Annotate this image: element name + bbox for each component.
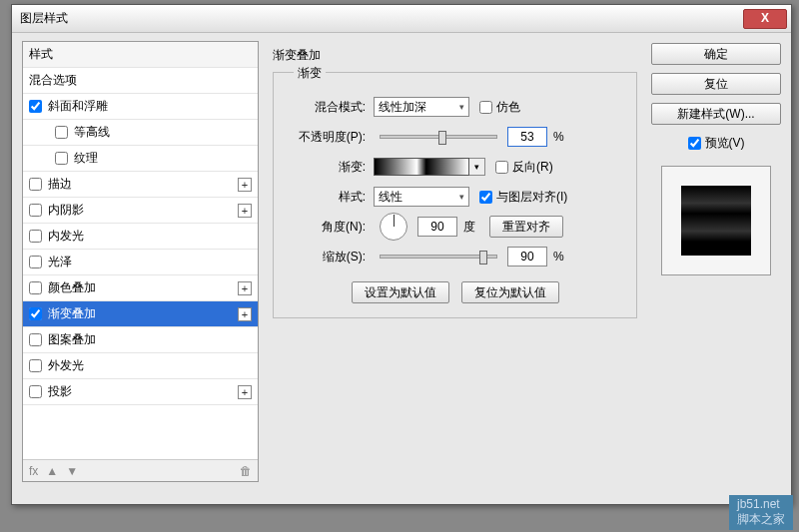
dither-checkbox[interactable]: [479, 101, 492, 114]
preview-box: [661, 166, 771, 275]
reverse-label: 反向(R): [512, 159, 553, 176]
layer-style-dialog: 图层样式 X 样式 混合选项 斜面和浮雕等高线纹理描边+内阴影+内发光光泽颜色叠…: [11, 4, 792, 505]
style-checkbox[interactable]: [29, 230, 42, 243]
style-item-11[interactable]: 投影+: [23, 379, 258, 405]
style-item-0[interactable]: 斜面和浮雕: [23, 94, 258, 120]
styles-header[interactable]: 样式: [23, 42, 258, 68]
scale-unit: %: [553, 250, 564, 264]
opacity-slider[interactable]: [380, 135, 497, 139]
fieldset-legend: 渐变: [294, 65, 326, 82]
style-label: 纹理: [74, 150, 98, 167]
opacity-unit: %: [553, 130, 564, 144]
style-label: 渐变叠加: [48, 305, 96, 322]
style-label: 光泽: [48, 254, 72, 270]
style-checkbox[interactable]: [29, 333, 42, 346]
blend-options-row[interactable]: 混合选项: [23, 68, 258, 94]
style-item-10[interactable]: 外发光: [23, 353, 258, 379]
preview-label: 预览(V): [705, 135, 745, 152]
reset-default-button[interactable]: 复位为默认值: [461, 281, 559, 303]
plus-icon[interactable]: +: [238, 204, 252, 218]
style-item-3[interactable]: 描边+: [23, 172, 258, 198]
watermark: jb51.net 脚本之家: [729, 495, 793, 530]
scale-input[interactable]: 90: [507, 247, 547, 266]
scale-label: 缩放(S):: [288, 249, 374, 266]
style-checkbox[interactable]: [29, 359, 42, 372]
style-item-7[interactable]: 颜色叠加+: [23, 275, 258, 301]
section-title: 渐变叠加: [273, 47, 637, 64]
plus-icon[interactable]: +: [238, 385, 252, 399]
new-style-button[interactable]: 新建样式(W)...: [651, 103, 781, 125]
preview-checkbox[interactable]: [688, 137, 701, 150]
style-checkbox[interactable]: [29, 178, 42, 191]
style-label: 描边: [48, 176, 72, 193]
style-checkbox[interactable]: [29, 100, 42, 113]
angle-unit: 度: [463, 219, 475, 236]
right-panel: 确定 复位 新建样式(W)... 预览(V): [651, 33, 791, 482]
style-label: 样式:: [288, 189, 374, 206]
ok-button[interactable]: 确定: [651, 43, 781, 65]
style-item-6[interactable]: 光泽: [23, 250, 258, 275]
style-checkbox[interactable]: [29, 385, 42, 398]
arrow-down-icon[interactable]: ▼: [66, 464, 78, 478]
chevron-down-icon: ▾: [459, 192, 464, 202]
opacity-input[interactable]: 53: [507, 127, 547, 147]
align-checkbox[interactable]: [479, 191, 492, 204]
style-item-2[interactable]: 纹理: [23, 146, 258, 172]
plus-icon[interactable]: +: [238, 281, 252, 295]
chevron-down-icon: ▾: [459, 102, 464, 112]
opacity-label: 不透明度(P):: [288, 129, 374, 146]
style-item-4[interactable]: 内阴影+: [23, 198, 258, 224]
gradient-dropdown[interactable]: ▾: [469, 158, 485, 176]
styles-footer: fx ▲ ▼ 🗑: [23, 459, 258, 481]
style-label: 内发光: [48, 228, 84, 245]
trash-icon[interactable]: 🗑: [240, 464, 252, 478]
style-checkbox[interactable]: [29, 307, 42, 320]
style-label: 图案叠加: [48, 331, 96, 348]
arrow-up-icon[interactable]: ▲: [46, 464, 58, 478]
blend-mode-select[interactable]: 线性加深▾: [374, 97, 469, 117]
style-select[interactable]: 线性▾: [374, 187, 469, 207]
dialog-title: 图层样式: [16, 10, 743, 27]
angle-dial[interactable]: [380, 213, 407, 241]
fx-icon[interactable]: fx: [29, 464, 38, 478]
style-item-9[interactable]: 图案叠加: [23, 327, 258, 353]
angle-input[interactable]: 90: [417, 217, 457, 237]
set-default-button[interactable]: 设置为默认值: [352, 281, 449, 303]
close-button[interactable]: X: [743, 9, 787, 29]
plus-icon[interactable]: +: [238, 178, 252, 192]
blend-mode-label: 混合模式:: [288, 99, 374, 116]
scale-slider[interactable]: [380, 255, 497, 259]
styles-panel: 样式 混合选项 斜面和浮雕等高线纹理描边+内阴影+内发光光泽颜色叠加+渐变叠加+…: [22, 41, 259, 482]
angle-label: 角度(N):: [288, 219, 374, 236]
style-label: 斜面和浮雕: [48, 98, 108, 115]
titlebar[interactable]: 图层样式 X: [12, 5, 791, 33]
preview-swatch: [681, 186, 751, 256]
style-item-8[interactable]: 渐变叠加+: [23, 301, 258, 327]
style-item-5[interactable]: 内发光: [23, 224, 258, 250]
dither-label: 仿色: [496, 99, 520, 116]
reset-align-button[interactable]: 重置对齐: [489, 216, 563, 238]
style-label: 颜色叠加: [48, 279, 96, 296]
align-label: 与图层对齐(I): [496, 189, 567, 206]
style-checkbox[interactable]: [29, 204, 42, 217]
gradient-fieldset: 渐变 混合模式: 线性加深▾ 仿色 不透明度(P): 53 % 渐变:: [273, 72, 637, 318]
style-checkbox[interactable]: [55, 126, 68, 139]
gradient-label: 渐变:: [288, 159, 374, 176]
style-label: 外发光: [48, 357, 84, 374]
style-checkbox[interactable]: [55, 152, 68, 165]
style-checkbox[interactable]: [29, 256, 42, 268]
plus-icon[interactable]: +: [238, 307, 252, 321]
style-item-1[interactable]: 等高线: [23, 120, 258, 146]
gradient-preview[interactable]: [374, 158, 469, 176]
reverse-checkbox[interactable]: [495, 161, 508, 174]
main-panel: 渐变叠加 渐变 混合模式: 线性加深▾ 仿色 不透明度(P): 53 %: [259, 33, 651, 482]
style-label: 等高线: [74, 124, 110, 141]
cancel-button[interactable]: 复位: [651, 73, 781, 95]
style-checkbox[interactable]: [29, 281, 42, 294]
style-label: 内阴影: [48, 202, 84, 219]
style-label: 投影: [48, 383, 72, 400]
